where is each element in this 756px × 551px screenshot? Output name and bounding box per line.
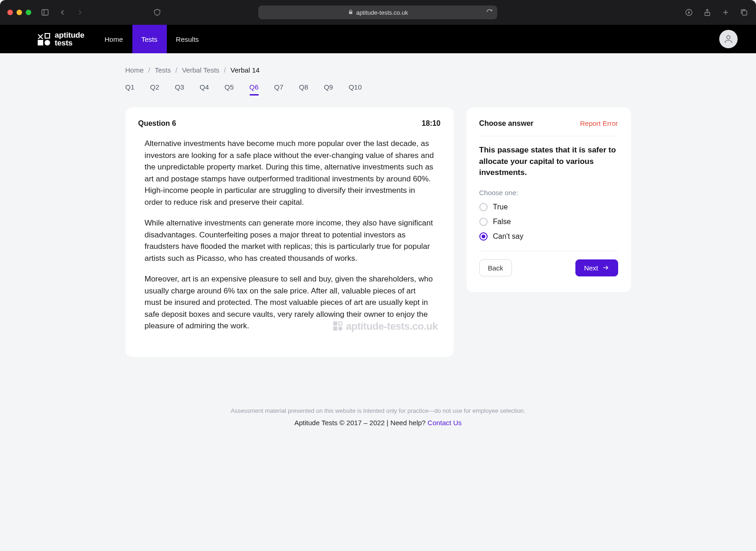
contact-link[interactable]: Contact Us bbox=[427, 419, 461, 427]
qnav-q7[interactable]: Q7 bbox=[274, 83, 284, 96]
breadcrumb: Home / Tests / Verbal Tests / Verbal 14 bbox=[125, 66, 631, 74]
svg-point-9 bbox=[727, 36, 730, 39]
qnav-q9[interactable]: Q9 bbox=[324, 83, 333, 96]
option-false[interactable]: False bbox=[479, 218, 618, 226]
option-label: True bbox=[493, 203, 508, 211]
sidebar-toggle-icon[interactable] bbox=[40, 8, 50, 17]
back-icon[interactable] bbox=[58, 8, 67, 17]
answer-card: Choose answer Report Error This passage … bbox=[466, 107, 631, 292]
next-button[interactable]: Next bbox=[575, 259, 618, 276]
radio-icon bbox=[479, 218, 488, 226]
footer: Assessment material presented on this we… bbox=[125, 407, 631, 438]
forward-icon[interactable] bbox=[75, 8, 85, 17]
window-close-button[interactable] bbox=[7, 10, 13, 15]
report-error-link[interactable]: Report Error bbox=[580, 119, 618, 127]
qnav-q2[interactable]: Q2 bbox=[150, 83, 159, 96]
new-tab-icon[interactable] bbox=[721, 8, 730, 17]
passage-body: Alternative investments have become much… bbox=[138, 138, 441, 332]
option-true[interactable]: True bbox=[479, 203, 618, 211]
qnav-q10[interactable]: Q10 bbox=[349, 83, 362, 96]
timer: 18:10 bbox=[422, 119, 441, 128]
window-zoom-button[interactable] bbox=[26, 10, 31, 15]
nav-tests[interactable]: Tests bbox=[132, 25, 167, 53]
share-icon[interactable] bbox=[703, 8, 712, 17]
passage-card: Question 6 18:10 Alternative investments… bbox=[125, 107, 454, 357]
breadcrumb-home[interactable]: Home bbox=[125, 66, 144, 74]
watermark: aptitude-tests.co.uk bbox=[333, 319, 438, 334]
qnav-q3[interactable]: Q3 bbox=[175, 83, 184, 96]
lock-icon bbox=[348, 9, 353, 16]
window-controls bbox=[7, 10, 31, 15]
answer-title: Choose answer bbox=[479, 119, 534, 128]
question-nav: Q1 Q2 Q3 Q4 Q5 Q6 Q7 Q8 Q9 Q10 bbox=[125, 83, 631, 96]
reload-icon[interactable] bbox=[486, 9, 493, 17]
avatar[interactable] bbox=[719, 30, 738, 48]
svg-rect-6 bbox=[742, 11, 747, 15]
user-icon bbox=[723, 34, 733, 44]
nav-results[interactable]: Results bbox=[167, 25, 208, 53]
footer-copyright: Aptitude Tests © 2017 – 2022 | Need help… bbox=[125, 419, 631, 427]
qnav-q5[interactable]: Q5 bbox=[225, 83, 234, 96]
address-bar-url: aptitude-tests.co.uk bbox=[356, 9, 408, 16]
main-nav: Home Tests Results bbox=[96, 25, 208, 53]
options-group: True False Can't say bbox=[479, 203, 618, 241]
option-label: Can't say bbox=[493, 232, 523, 241]
downloads-icon[interactable] bbox=[684, 8, 693, 17]
shield-icon[interactable] bbox=[153, 8, 162, 17]
logo-text: aptitudetests bbox=[55, 31, 85, 47]
breadcrumb-current: Verbal 14 bbox=[231, 66, 260, 74]
window-minimize-button[interactable] bbox=[17, 10, 22, 15]
logo-glyph-icon bbox=[38, 33, 50, 45]
browser-chrome: aptitude-tests.co.uk bbox=[0, 0, 756, 25]
option-cant-say[interactable]: Can't say bbox=[479, 232, 618, 241]
qnav-q4[interactable]: Q4 bbox=[200, 83, 209, 96]
qnav-q1[interactable]: Q1 bbox=[125, 83, 135, 96]
svg-rect-0 bbox=[42, 10, 48, 15]
option-label: False bbox=[493, 218, 511, 226]
question-prompt: This passage states that it is safer to … bbox=[479, 145, 618, 179]
breadcrumb-verbal[interactable]: Verbal Tests bbox=[182, 66, 219, 74]
breadcrumb-tests[interactable]: Tests bbox=[155, 66, 171, 74]
arrow-right-icon bbox=[602, 264, 609, 271]
choose-one-label: Choose one: bbox=[479, 189, 618, 197]
radio-icon bbox=[479, 203, 488, 211]
back-button[interactable]: Back bbox=[479, 259, 512, 276]
qnav-q6[interactable]: Q6 bbox=[250, 83, 259, 96]
passage-paragraph: While alternative investments can genera… bbox=[145, 217, 434, 264]
tabs-overview-icon[interactable] bbox=[739, 8, 749, 17]
site-header: aptitudetests Home Tests Results bbox=[0, 25, 756, 53]
footer-disclaimer: Assessment material presented on this we… bbox=[125, 407, 631, 414]
address-bar[interactable]: aptitude-tests.co.uk bbox=[258, 6, 497, 19]
qnav-q8[interactable]: Q8 bbox=[299, 83, 308, 96]
question-label: Question 6 bbox=[138, 119, 176, 128]
passage-paragraph: Alternative investments have become much… bbox=[145, 138, 434, 208]
nav-home[interactable]: Home bbox=[96, 25, 132, 53]
radio-icon bbox=[479, 232, 488, 241]
site-logo[interactable]: aptitudetests bbox=[38, 25, 85, 53]
